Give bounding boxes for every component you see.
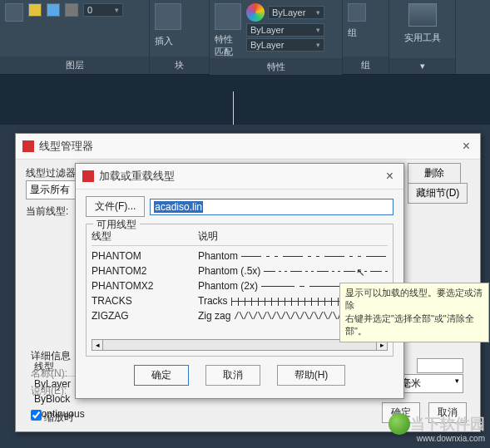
- scroll-left-icon[interactable]: ◂: [92, 339, 103, 351]
- dialog-titlebar[interactable]: 线型管理器 ×: [16, 134, 480, 160]
- linetype-name: ZIGZAG: [92, 310, 198, 322]
- units-combo[interactable]: 毫米: [397, 374, 463, 393]
- watermark-icon: [389, 413, 410, 435]
- dialog-title: 线型管理器: [39, 139, 93, 154]
- color-select[interactable]: ByLayer: [268, 6, 324, 19]
- ribbon-label: 特性: [210, 58, 342, 76]
- file-path-input[interactable]: acadiso.lin: [150, 199, 393, 215]
- scale-checkbox[interactable]: 缩放时: [31, 410, 74, 425]
- ribbon-label: ▾: [389, 58, 455, 74]
- ribbon-group-group: 组 组: [343, 0, 389, 74]
- freeze-icon[interactable]: [47, 3, 60, 17]
- name-label: 名称(N):: [31, 367, 71, 381]
- ribbon-group-util: 实用工具 ▾: [389, 0, 456, 74]
- ribbon: 0 图层 插入 块 特性匹配 ByLayer ByLayer ByLayer 特…: [0, 0, 490, 75]
- linetype-select[interactable]: ByLayer: [246, 38, 324, 52]
- linetype-row[interactable]: PHANTOM2Phantom (.5x): [92, 263, 388, 278]
- iso-input[interactable]: [417, 358, 463, 373]
- layer-icon[interactable]: [5, 3, 23, 22]
- ribbon-label: 组: [343, 57, 389, 74]
- detail-header: 详细信息: [31, 349, 71, 363]
- app-logo-icon: [22, 140, 34, 152]
- layer-select[interactable]: 0: [83, 3, 123, 17]
- ribbon-group-props: 特性匹配 ByLayer ByLayer ByLayer 特性: [210, 0, 343, 74]
- watermark: 当下软件园 www.downxia.com: [410, 414, 485, 443]
- color-wheel-icon[interactable]: [246, 3, 265, 22]
- desc-label: 说明(E):: [31, 384, 71, 398]
- crosshair-cursor: [233, 91, 234, 125]
- linetype-name: PHANTOM2: [92, 265, 198, 277]
- detail-group: 详细信息 名称(N): 说明(E):: [31, 349, 71, 398]
- sun-icon[interactable]: [28, 3, 42, 17]
- insert-icon[interactable]: [155, 3, 181, 30]
- group-icon[interactable]: [348, 3, 366, 22]
- ribbon-label: 图层: [0, 57, 149, 74]
- tooltip: 显示可以加载的线型。要选定或清除 右键并选定"选择全部"或"清除全部"。: [339, 283, 489, 342]
- close-icon[interactable]: ×: [459, 139, 473, 154]
- col-desc[interactable]: 说明: [198, 229, 388, 244]
- load-linetypes-dialog: 加载或重载线型 × 文件(F)... acadiso.lin 可用线型 线型 说…: [75, 163, 404, 399]
- app-logo-icon: [82, 170, 94, 182]
- lock-icon[interactable]: [65, 3, 78, 17]
- hide-details-button[interactable]: 藏细节(D): [408, 183, 468, 204]
- cancel-button[interactable]: 取消: [205, 365, 260, 386]
- ribbon-group-layers: 0 图层: [0, 0, 150, 74]
- dialog-titlebar[interactable]: 加载或重载线型 ×: [76, 164, 403, 190]
- linetype-desc: Phantom: [198, 250, 388, 262]
- ribbon-label: 块: [150, 57, 209, 74]
- linetype-desc: Phantom (.5x): [198, 265, 388, 277]
- linetype-name: PHANTOMX2: [92, 280, 198, 292]
- file-button[interactable]: 文件(F)...: [86, 196, 145, 217]
- properties-icon[interactable]: [215, 3, 241, 30]
- col-name[interactable]: 线型: [92, 229, 198, 244]
- ok-button[interactable]: 确定: [134, 365, 189, 386]
- help-button[interactable]: 帮助(H): [277, 365, 346, 386]
- close-icon[interactable]: ×: [383, 169, 397, 184]
- ribbon-group-block: 插入 块: [150, 0, 210, 74]
- lineweight-select[interactable]: ByLayer: [246, 23, 324, 37]
- linetype-name: PHANTOM: [92, 250, 198, 262]
- drawing-canvas[interactable]: [0, 75, 490, 125]
- linetype-name: TRACKS: [92, 295, 198, 307]
- dialog-title: 加载或重载线型: [99, 169, 175, 184]
- calculator-icon[interactable]: [408, 3, 437, 27]
- linetype-row[interactable]: PHANTOMPhantom: [92, 249, 388, 263]
- delete-button[interactable]: 删除: [408, 163, 461, 184]
